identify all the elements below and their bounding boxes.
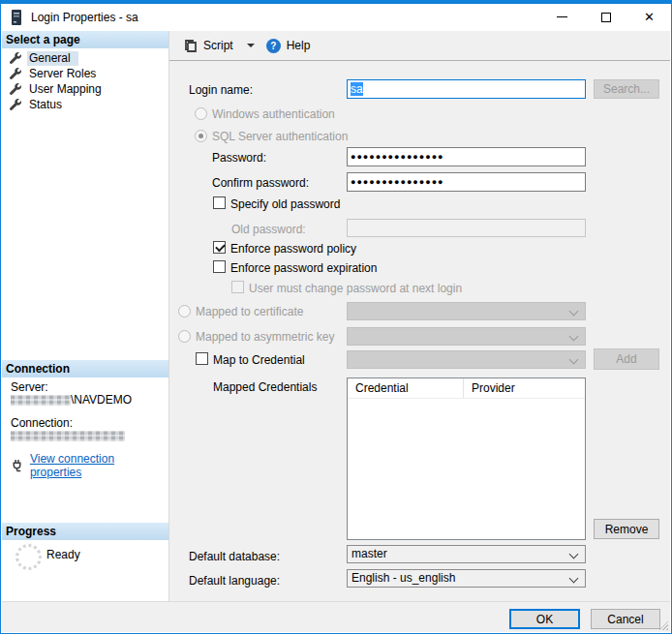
search-button[interactable]: Search... <box>594 79 659 99</box>
enforce-password-expiration-label: Enforce password expiration <box>230 261 377 275</box>
certificate-combobox[interactable] <box>347 302 586 320</box>
login-name-value: sa <box>351 82 363 96</box>
chevron-down-icon <box>569 332 579 342</box>
view-connection-properties-link[interactable]: View connection properties <box>30 452 168 479</box>
login-properties-dialog: Login Properties - sa ✕ Select a page Ge… <box>0 0 672 634</box>
help-button[interactable]: Help <box>287 39 311 52</box>
resize-grip[interactable] <box>657 619 668 630</box>
sidebar-item-label: Server Roles <box>27 67 104 81</box>
enforce-password-policy-checkbox[interactable] <box>213 241 226 254</box>
view-connection-properties-row: View connection properties <box>11 452 168 479</box>
specify-old-password-checkbox[interactable] <box>213 196 226 209</box>
confirm-password-label: Confirm password: <box>212 176 309 190</box>
script-label: Script <box>203 39 233 52</box>
connection-value-redacted <box>11 431 125 441</box>
connection-label: Connection: <box>11 416 73 430</box>
progress-spinner-icon <box>15 544 42 570</box>
server-label: Server: <box>11 380 48 394</box>
sidebar-item-label: User Mapping <box>27 82 109 97</box>
map-to-credential-checkbox[interactable] <box>196 352 208 365</box>
table-header-row: Credential Provider <box>348 378 585 399</box>
add-button[interactable]: Add <box>594 348 659 370</box>
chevron-down-icon <box>569 307 579 317</box>
select-a-page-header: Select a page <box>2 31 168 48</box>
remove-button[interactable]: Remove <box>594 519 659 539</box>
close-button[interactable]: ✕ <box>627 4 671 30</box>
default-language-label: Default language: <box>189 574 280 588</box>
mapped-to-asymmetric-key-label: Mapped to asymmetric key <box>196 330 334 344</box>
general-page-form: Login name: sa Search... Windows authent… <box>169 61 670 603</box>
enforce-password-expiration-checkbox[interactable] <box>213 260 226 273</box>
ok-button[interactable]: OK <box>509 609 580 629</box>
window-title: Login Properties - sa <box>31 11 138 24</box>
default-language-value: English - us_english <box>351 571 455 585</box>
cancel-button[interactable]: Cancel <box>591 609 660 629</box>
chevron-down-icon <box>569 574 579 584</box>
sidebar: Select a page General Server Roles User … <box>2 31 169 603</box>
wrench-icon <box>10 99 21 110</box>
sidebar-item-general[interactable]: General <box>10 50 78 66</box>
server-value-suffix: \NAVDEMO <box>71 393 132 407</box>
progress-section-header: Progress <box>2 523 168 540</box>
credential-combobox[interactable] <box>347 350 586 369</box>
toolbar: Script ? Help <box>169 31 670 61</box>
old-password-label: Old password: <box>231 223 306 236</box>
asymmetric-key-combobox[interactable] <box>347 327 586 346</box>
provider-column-header[interactable]: Provider <box>464 378 585 398</box>
windows-auth-label: Windows authentication <box>212 107 335 121</box>
wrench-icon <box>10 52 21 64</box>
server-value: \NAVDEMO <box>11 393 132 407</box>
sidebar-item-label: General <box>27 51 78 66</box>
connection-section-header: Connection <box>2 360 168 377</box>
sidebar-item-server-roles[interactable]: Server Roles <box>10 66 104 81</box>
enforce-password-policy-label: Enforce password policy <box>230 242 356 256</box>
login-server-icon <box>11 10 22 25</box>
maximize-icon <box>601 13 611 22</box>
wrench-icon <box>10 83 21 95</box>
sidebar-item-user-mapping[interactable]: User Mapping <box>10 81 109 97</box>
must-change-password-label: User must change password at next login <box>249 282 462 295</box>
old-password-input[interactable] <box>347 219 586 237</box>
script-icon <box>183 39 198 53</box>
chevron-down-icon <box>569 550 579 559</box>
connection-plug-icon <box>11 459 25 472</box>
progress-status: Ready <box>46 548 80 561</box>
dialog-footer: OK Cancel <box>2 601 670 632</box>
default-language-combobox[interactable]: English - us_english <box>347 569 586 588</box>
sql-auth-radio[interactable] <box>195 130 207 142</box>
titlebar[interactable]: Login Properties - sa ✕ <box>1 4 671 30</box>
mapped-to-certificate-label: Mapped to certificate <box>196 305 303 318</box>
wrench-icon <box>10 68 21 79</box>
script-button[interactable]: Script <box>179 36 237 56</box>
minimize-button[interactable] <box>540 4 584 30</box>
must-change-password-checkbox[interactable] <box>231 281 244 293</box>
sql-auth-label: SQL Server authentication <box>212 130 348 143</box>
default-database-combobox[interactable]: master <box>347 545 586 563</box>
sidebar-item-label: Status <box>27 98 70 112</box>
maximize-button[interactable] <box>584 4 627 30</box>
map-to-credential-label: Map to Credential <box>213 353 305 367</box>
credential-column-header[interactable]: Credential <box>348 378 464 398</box>
mapped-credentials-label: Mapped Credentials <box>213 380 317 394</box>
password-label: Password: <box>212 151 266 165</box>
sidebar-item-status[interactable]: Status <box>10 97 70 112</box>
chevron-down-icon <box>569 355 579 365</box>
minimize-icon <box>557 16 567 17</box>
mapped-credentials-table[interactable]: Credential Provider <box>347 377 586 540</box>
confirm-password-input[interactable]: ●●●●●●●●●●●●●●● <box>347 172 586 192</box>
close-icon: ✕ <box>644 11 655 23</box>
windows-auth-radio[interactable] <box>195 107 207 120</box>
default-database-value: master <box>351 547 387 560</box>
mapped-to-asymmetric-key-radio[interactable] <box>178 330 191 343</box>
mapped-to-certificate-radio[interactable] <box>178 305 191 317</box>
specify-old-password-label: Specify old password <box>230 197 340 211</box>
script-dropdown-caret-icon[interactable] <box>247 44 255 47</box>
connection-value <box>11 429 125 442</box>
server-value-redacted <box>11 395 71 406</box>
password-input[interactable]: ●●●●●●●●●●●●●●● <box>347 147 586 166</box>
default-database-label: Default database: <box>189 550 280 563</box>
help-icon: ? <box>266 39 281 53</box>
login-name-input[interactable]: sa <box>347 79 586 99</box>
main-pane: Script ? Help Login name: sa Search... W… <box>169 31 670 603</box>
login-name-label: Login name: <box>189 83 253 97</box>
